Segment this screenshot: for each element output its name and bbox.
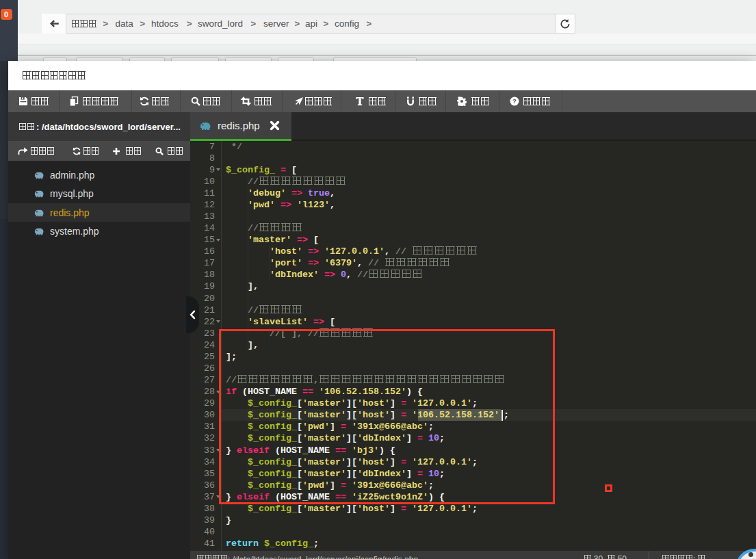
- svg-text:?: ?: [512, 97, 517, 105]
